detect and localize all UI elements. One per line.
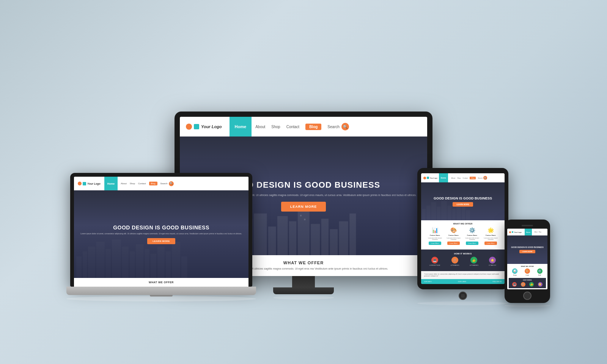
tablet-logo: Your Logo (423, 177, 437, 179)
phone-offer-title: WHAT WE OFFER (509, 265, 546, 267)
tablet-nav-search[interactable]: Search 🔍 (478, 176, 487, 180)
t-icon-circle-4: ⭐ (489, 257, 496, 264)
offer-col-text-3: Lorem ipsum dolor sit amet consectetur (464, 237, 480, 240)
svg-rect-43 (448, 206, 452, 220)
nav-home-btn[interactable]: Home (230, 117, 252, 136)
laptop: Your Logo Home About Shop Contact Blog S… (70, 173, 256, 301)
nav-contact[interactable]: Contact (286, 125, 299, 129)
tablet-quote-text: "Lorem ipsum dolor sit, consectetur adip… (424, 273, 502, 277)
phone-home-button[interactable] (523, 292, 532, 300)
svg-rect-13 (277, 216, 288, 255)
offer-icon-1: 📊 (432, 227, 438, 233)
tablet-home-inner (461, 294, 465, 298)
phone-reflection (505, 304, 550, 307)
phone-hero: GOOD DESIGN IS GOOD BUSINESS LEARN MORE (507, 235, 547, 264)
t-icon-label-2: LIPSMANES (450, 264, 459, 266)
laptop-nav-search[interactable]: Search 🔍 (160, 181, 174, 186)
tablet-nav-blog[interactable]: Blog (470, 177, 476, 179)
laptop-learn-more[interactable]: LEARN MORE (147, 238, 175, 244)
tablet-nav-contact[interactable]: Contact (463, 177, 468, 179)
phone-speaker (522, 225, 533, 226)
tablet-icon-3: 👍 LIPSMANES (470, 257, 478, 266)
laptop-nav-about[interactable]: About (121, 182, 127, 185)
phone-dark-title: HOW IT WORKS (510, 279, 544, 281)
offer-btn-1[interactable]: Learn More (429, 242, 441, 245)
nav-shop[interactable]: Shop (271, 125, 280, 129)
offer-btn-2[interactable]: Learn More (447, 242, 459, 245)
phone-nav-shop[interactable]: Shop (539, 231, 541, 233)
laptop-logo: Your Logo (78, 182, 101, 185)
laptop-nav-blog[interactable]: Blog (149, 182, 157, 185)
desktop-nav: Your Logo Home About Shop Contact Blog S… (180, 117, 427, 136)
tablet-nav-shop[interactable]: Shop (457, 177, 461, 179)
phone-dark-section: HOW IT WORKS 💻 🛒 👍 ⭐ (509, 278, 546, 288)
learn-more-btn[interactable]: LEARN MORE (281, 202, 326, 212)
svg-rect-32 (145, 249, 149, 278)
t-logo-text: Your Logo (430, 177, 437, 179)
monitor-reflection (273, 296, 334, 300)
monitor-stand-neck (292, 276, 315, 287)
nav-about[interactable]: About (255, 125, 265, 129)
offer-col-2: 🎨 Feature Name Lorem ipsum dolor sit ame… (445, 227, 462, 245)
logo-text: Your Logo (201, 124, 222, 129)
laptop-nav-home[interactable]: Home (104, 177, 118, 190)
phone-logo-circle (509, 231, 511, 233)
tablet-nav-home[interactable]: Home (439, 173, 448, 182)
offer-col-4: 🌟 Feature Name Lorem ipsum dolor sit ame… (483, 227, 499, 245)
phone-nav-about[interactable]: About (535, 231, 538, 233)
nav-links: About Shop Contact Blog Search 🔍 (255, 123, 421, 130)
svg-rect-34 (157, 246, 165, 278)
svg-rect-39 (426, 206, 431, 220)
svg-rect-19 (321, 219, 329, 255)
phone-sections: WHAT WE OFFER 📊 Design 🎨 Create (507, 264, 547, 289)
phone: Your Logo Home About Shop GOOD DESIGN IS… (505, 220, 550, 307)
phone-how-icons: 💻 🛒 👍 ⭐ (510, 282, 544, 287)
phone-how-3: 👍 (529, 282, 534, 287)
laptop-hero-title: GOOD DESIGN IS GOOD BUSINESS (113, 224, 209, 231)
svg-rect-27 (105, 249, 111, 278)
tablet-outer: Your Logo Home About Shop Contact Blog S… (417, 168, 508, 289)
tablet-search-icon[interactable]: 🔍 (483, 176, 487, 180)
laptop-search-label: Search (160, 182, 168, 185)
phone-icon-3: ⚙️ Build (537, 268, 543, 276)
svg-rect-37 (181, 256, 187, 278)
phone-website: Your Logo Home About Shop GOOD DESIGN IS… (507, 229, 547, 289)
tablet-nav-links: About Shop Contact Blog Search 🔍 (451, 176, 502, 180)
tablet-learn-more[interactable]: LEARN MORE (453, 202, 473, 207)
phone-nav-home[interactable]: Home (525, 229, 532, 235)
tablet-footer-col3: FOLLOW US (492, 281, 502, 282)
tablet: Your Logo Home About Shop Contact Blog S… (417, 168, 508, 305)
phone-how-4: ⭐ (538, 282, 543, 287)
phone-hero-title: GOOD DESIGN IS GOOD BUSINESS (511, 246, 544, 248)
laptop-nav-contact[interactable]: Contact (138, 182, 146, 185)
svg-rect-42 (441, 201, 447, 220)
search-icon[interactable]: 🔍 (341, 123, 349, 130)
search-label: Search (327, 125, 340, 129)
tablet-nav-about[interactable]: About (451, 177, 455, 179)
t-icon-label-4: ETIAM SIT (489, 264, 497, 266)
phone-learn-more[interactable]: LEARN MORE (519, 250, 536, 253)
svg-rect-30 (130, 251, 135, 278)
laptop-nav-links: About Shop Contact Blog Search 🔍 (121, 181, 245, 186)
laptop-website: Your Logo Home About Shop Contact Blog S… (74, 177, 248, 287)
tablet-offer: WHAT WE OFFER 📊 Feature Name Lorem ipsum… (421, 220, 505, 249)
tablet-how: HOW IT WORKS 💻 LOREM IPSUM 🛒 LIPSMANES (421, 249, 505, 271)
offer-btn-3[interactable]: Learn More (466, 242, 478, 245)
svg-rect-40 (431, 202, 436, 220)
tablet-home-button[interactable] (459, 292, 467, 300)
offer-btn-4[interactable]: Learn More (484, 242, 497, 245)
svg-rect-35 (165, 251, 171, 278)
nav-search[interactable]: Search 🔍 (327, 123, 349, 130)
laptop-logo-circle (78, 182, 82, 185)
t-logo-sq (427, 177, 429, 179)
logo-square (194, 124, 199, 129)
nav-blog[interactable]: Blog (305, 124, 321, 130)
offer-icon-3: ⚙️ (469, 227, 475, 233)
svg-rect-47 (466, 210, 470, 220)
phone-icon-label-2: Create (525, 275, 529, 276)
phone-logo-sq (512, 231, 513, 233)
laptop-nav-shop[interactable]: Shop (130, 182, 135, 185)
laptop-search-icon[interactable]: 🔍 (169, 181, 174, 186)
svg-rect-12 (268, 226, 276, 255)
svg-rect-44 (452, 209, 456, 220)
